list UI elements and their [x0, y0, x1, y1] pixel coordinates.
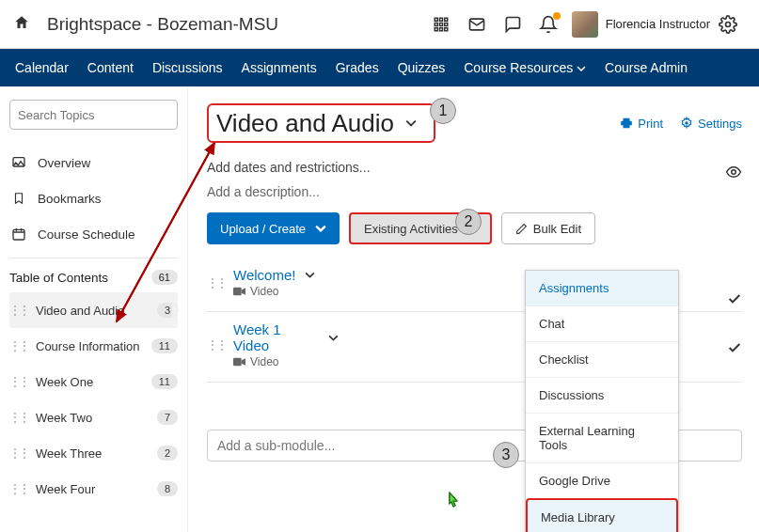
callout-2: 2: [455, 209, 482, 235]
search-input[interactable]: [18, 108, 176, 122]
drag-handle-icon[interactable]: ⋮⋮: [207, 276, 226, 289]
dd-external-tools[interactable]: External Learning Tools: [526, 413, 678, 462]
svg-rect-13: [13, 229, 24, 240]
settings-button[interactable]: Settings: [680, 117, 742, 131]
notification-dot: [553, 12, 561, 20]
toc-video-audio[interactable]: ⋮⋮ Video and Audio 3: [9, 292, 178, 328]
svg-rect-8: [444, 27, 447, 30]
svg-rect-6: [435, 27, 437, 30]
drag-handle-icon[interactable]: ⋮⋮: [9, 304, 28, 317]
sidebar-overview[interactable]: Overview: [9, 145, 178, 180]
callout-1: 1: [430, 98, 456, 124]
existing-activities-dropdown: Assignments Chat Checklist Discussions E…: [525, 270, 679, 532]
search-box[interactable]: [9, 100, 178, 130]
topbar: Brightspace - Bozeman-MSU Florencia Inst…: [0, 0, 759, 49]
svg-rect-0: [435, 18, 437, 21]
content-row[interactable]: ⋮⋮ Week 1 Video Video: [207, 312, 339, 382]
dd-discussions[interactable]: Discussions: [526, 377, 678, 413]
navbar: Calendar Content Discussions Assignments…: [0, 49, 759, 86]
main-content: Video and Audio Print Settings Add dates…: [188, 86, 759, 532]
home-icon[interactable]: [13, 14, 30, 34]
drag-handle-icon[interactable]: ⋮⋮: [9, 375, 28, 388]
toc-week-two[interactable]: ⋮⋮ Week Two 7: [9, 399, 178, 435]
module-title-text: Video and Audio: [216, 109, 394, 138]
svg-rect-16: [233, 288, 242, 296]
dd-chat[interactable]: Chat: [526, 305, 678, 341]
add-dates-link[interactable]: Add dates and restrictions...: [207, 160, 725, 175]
brand-title[interactable]: Brightspace - Bozeman-MSU: [47, 14, 278, 35]
svg-rect-4: [439, 23, 442, 25]
calendar-icon: [9, 227, 28, 242]
dd-media-library[interactable]: Media Library: [526, 498, 678, 532]
toc-course-info[interactable]: ⋮⋮ Course Information 11: [9, 328, 178, 364]
avatar[interactable]: [572, 11, 598, 38]
add-description-link[interactable]: Add a description...: [207, 184, 742, 199]
bookmark-icon: [9, 191, 28, 206]
svg-rect-1: [439, 18, 442, 21]
check-icon: [727, 340, 742, 355]
drag-handle-icon[interactable]: ⋮⋮: [9, 411, 28, 424]
nav-calendar[interactable]: Calendar: [6, 60, 78, 75]
overview-icon: [9, 155, 28, 170]
nav-discussions[interactable]: Discussions: [143, 60, 232, 75]
chat-icon[interactable]: [497, 8, 529, 40]
sidebar: Overview Bookmarks Course Schedule Table…: [0, 86, 188, 532]
toc-heading[interactable]: Table of Contents 61: [9, 270, 178, 285]
svg-point-15: [732, 170, 736, 175]
upload-create-button[interactable]: Upload / Create: [207, 212, 340, 244]
dd-google-drive[interactable]: Google Drive: [526, 462, 678, 498]
toc-week-one[interactable]: ⋮⋮ Week One 11: [9, 364, 178, 399]
bell-icon[interactable]: [532, 8, 564, 40]
svg-rect-5: [444, 23, 447, 25]
check-icon: [727, 291, 742, 306]
toc-total-count: 61: [151, 270, 178, 285]
nav-content[interactable]: Content: [78, 60, 143, 75]
module-title[interactable]: Video and Audio: [207, 103, 435, 143]
visibility-icon[interactable]: [725, 164, 742, 180]
chevron-down-icon[interactable]: [328, 333, 339, 343]
apps-grid-icon[interactable]: [425, 8, 457, 40]
nav-course-admin[interactable]: Course Admin: [595, 60, 697, 75]
dd-assignments[interactable]: Assignments: [526, 271, 678, 305]
gear-icon[interactable]: [712, 8, 744, 40]
toc-week-four[interactable]: ⋮⋮ Week Four 8: [9, 471, 178, 507]
sidebar-bookmarks[interactable]: Bookmarks: [9, 180, 178, 216]
svg-point-14: [685, 121, 688, 125]
drag-handle-icon[interactable]: ⋮⋮: [9, 482, 28, 495]
sidebar-schedule[interactable]: Course Schedule: [9, 216, 178, 252]
video-icon: [233, 287, 245, 296]
mail-icon[interactable]: [461, 8, 493, 40]
svg-point-10: [726, 22, 731, 26]
nav-quizzes[interactable]: Quizzes: [388, 60, 455, 75]
svg-rect-3: [435, 23, 437, 25]
svg-rect-7: [439, 27, 442, 30]
callout-3: 3: [493, 442, 519, 468]
video-icon: [233, 357, 245, 367]
dd-checklist[interactable]: Checklist: [526, 341, 678, 377]
svg-rect-2: [444, 18, 447, 21]
chevron-down-icon[interactable]: [305, 270, 315, 280]
content-row[interactable]: ⋮⋮ Welcome! Video: [207, 258, 339, 311]
nav-course-resources[interactable]: Course Resources: [454, 60, 595, 75]
bulk-edit-button[interactable]: Bulk Edit: [501, 212, 595, 244]
nav-grades[interactable]: Grades: [326, 60, 388, 75]
drag-handle-icon[interactable]: ⋮⋮: [207, 338, 226, 352]
pencil-icon: [515, 223, 528, 235]
svg-rect-17: [233, 358, 242, 367]
username[interactable]: Florencia Instructor: [606, 17, 710, 31]
toc-week-three[interactable]: ⋮⋮ Week Three 2: [9, 435, 178, 471]
print-button[interactable]: Print: [620, 117, 663, 131]
chevron-down-icon[interactable]: [405, 117, 417, 129]
drag-handle-icon[interactable]: ⋮⋮: [9, 446, 28, 460]
nav-assignments[interactable]: Assignments: [232, 60, 326, 75]
chevron-down-icon: [315, 223, 326, 234]
drag-handle-icon[interactable]: ⋮⋮: [9, 339, 28, 352]
